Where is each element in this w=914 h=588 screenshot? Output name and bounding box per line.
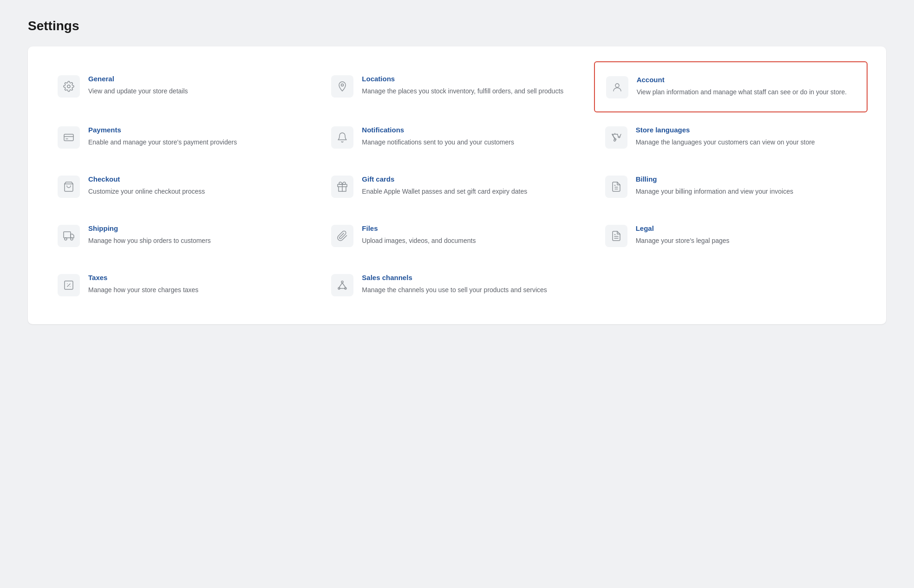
payments-icon bbox=[58, 126, 80, 149]
truck-icon bbox=[58, 225, 80, 247]
account-icon bbox=[606, 76, 628, 98]
item-title-billing: Billing bbox=[636, 175, 856, 184]
billing-icon bbox=[605, 176, 627, 198]
svg-rect-1 bbox=[64, 134, 73, 141]
settings-item-payments[interactable]: Payments Enable and manage your store's … bbox=[46, 112, 320, 162]
item-description-locations: Manage the places you stock inventory, f… bbox=[362, 86, 582, 96]
item-content-notifications: Notifications Manage notifications sent … bbox=[362, 125, 582, 147]
settings-item-locations[interactable]: Locations Manage the places you stock in… bbox=[320, 61, 594, 112]
settings-item-taxes[interactable]: Taxes Manage how your store charges taxe… bbox=[46, 260, 320, 309]
item-content-legal: Legal Manage your store's legal pages bbox=[636, 224, 856, 246]
item-description-files: Upload images, videos, and documents bbox=[362, 236, 582, 246]
settings-item-general[interactable]: General View and update your store detai… bbox=[46, 61, 320, 112]
svg-point-0 bbox=[615, 84, 619, 87]
bell-icon bbox=[331, 126, 353, 149]
settings-item-shipping[interactable]: Shipping Manage how you ship orders to c… bbox=[46, 211, 320, 260]
item-title-general: General bbox=[88, 74, 309, 84]
item-title-legal: Legal bbox=[636, 224, 856, 233]
item-title-sales-channels: Sales channels bbox=[362, 273, 582, 282]
item-description-notifications: Manage notifications sent to you and you… bbox=[362, 137, 582, 147]
item-content-account: Account View plan information and manage… bbox=[637, 75, 855, 97]
item-description-gift-cards: Enable Apple Wallet passes and set gift … bbox=[362, 187, 582, 196]
svg-point-9 bbox=[71, 238, 73, 240]
svg-line-19 bbox=[339, 283, 342, 287]
item-description-account: View plan information and manage what st… bbox=[637, 87, 855, 97]
item-content-store-languages: Store languages Manage the languages you… bbox=[636, 125, 856, 147]
item-title-gift-cards: Gift cards bbox=[362, 175, 582, 184]
item-content-taxes: Taxes Manage how your store charges taxe… bbox=[88, 273, 309, 295]
languages-icon bbox=[605, 126, 627, 149]
gear-icon bbox=[58, 75, 80, 98]
paperclip-icon bbox=[331, 225, 353, 247]
item-description-taxes: Manage how your store charges taxes bbox=[88, 285, 309, 295]
item-content-gift-cards: Gift cards Enable Apple Wallet passes an… bbox=[362, 175, 582, 196]
item-content-billing: Billing Manage your billing information … bbox=[636, 175, 856, 196]
item-title-checkout: Checkout bbox=[88, 175, 309, 184]
item-title-locations: Locations bbox=[362, 74, 582, 84]
svg-line-20 bbox=[342, 283, 346, 287]
settings-item-sales-channels[interactable]: Sales channels Manage the channels you u… bbox=[320, 260, 594, 309]
taxes-icon bbox=[58, 274, 80, 296]
legal-icon bbox=[605, 225, 627, 247]
item-content-shipping: Shipping Manage how you ship orders to c… bbox=[88, 224, 309, 246]
item-title-account: Account bbox=[637, 75, 855, 85]
settings-item-account[interactable]: Account View plan information and manage… bbox=[594, 61, 868, 112]
svg-rect-7 bbox=[64, 232, 71, 238]
item-content-payments: Payments Enable and manage your store's … bbox=[88, 125, 309, 147]
item-title-notifications: Notifications bbox=[362, 125, 582, 135]
item-title-payments: Payments bbox=[88, 125, 309, 135]
svg-line-15 bbox=[67, 284, 70, 287]
gift-icon bbox=[331, 176, 353, 198]
item-content-general: General View and update your store detai… bbox=[88, 74, 309, 96]
item-description-general: View and update your store details bbox=[88, 86, 309, 96]
settings-item-checkout[interactable]: Checkout Customize your online checkout … bbox=[46, 162, 320, 211]
svg-point-8 bbox=[65, 238, 67, 240]
settings-item-store-languages[interactable]: Store languages Manage the languages you… bbox=[594, 112, 868, 162]
item-description-legal: Manage your store's legal pages bbox=[636, 236, 856, 246]
cart-icon bbox=[58, 176, 80, 198]
settings-item-notifications[interactable]: Notifications Manage notifications sent … bbox=[320, 112, 594, 162]
item-content-sales-channels: Sales channels Manage the channels you u… bbox=[362, 273, 582, 295]
settings-card: General View and update your store detai… bbox=[28, 46, 886, 324]
settings-grid: General View and update your store detai… bbox=[46, 61, 868, 309]
settings-item-files[interactable]: Files Upload images, videos, and documen… bbox=[320, 211, 594, 260]
item-description-payments: Enable and manage your store's payment p… bbox=[88, 137, 309, 147]
item-content-checkout: Checkout Customize your online checkout … bbox=[88, 175, 309, 196]
item-title-files: Files bbox=[362, 224, 582, 233]
item-title-store-languages: Store languages bbox=[636, 125, 856, 135]
item-description-billing: Manage your billing information and view… bbox=[636, 187, 856, 196]
item-title-taxes: Taxes bbox=[88, 273, 309, 282]
item-description-checkout: Customize your online checkout process bbox=[88, 187, 309, 196]
item-content-files: Files Upload images, videos, and documen… bbox=[362, 224, 582, 246]
item-content-locations: Locations Manage the places you stock in… bbox=[362, 74, 582, 96]
item-description-shipping: Manage how you ship orders to customers bbox=[88, 236, 309, 246]
page-title: Settings bbox=[28, 19, 886, 33]
settings-item-gift-cards[interactable]: Gift cards Enable Apple Wallet passes an… bbox=[320, 162, 594, 211]
item-description-store-languages: Manage the languages your customers can … bbox=[636, 137, 856, 147]
settings-item-legal[interactable]: Legal Manage your store's legal pages bbox=[594, 211, 868, 260]
item-title-shipping: Shipping bbox=[88, 224, 309, 233]
item-description-sales-channels: Manage the channels you use to sell your… bbox=[362, 285, 582, 295]
channels-icon bbox=[331, 274, 353, 296]
settings-item-billing[interactable]: Billing Manage your billing information … bbox=[594, 162, 868, 211]
location-icon bbox=[331, 75, 353, 98]
